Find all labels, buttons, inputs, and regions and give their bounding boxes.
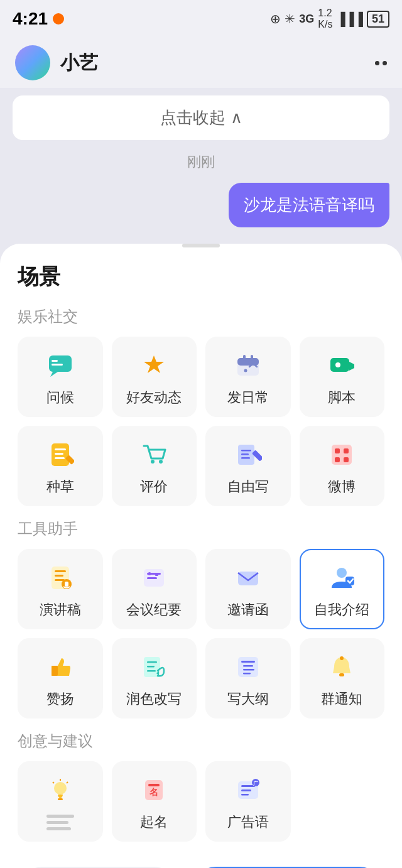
- calendar-icon: [232, 349, 264, 382]
- video-icon: [325, 349, 358, 382]
- svg-rect-2: [52, 364, 63, 366]
- collapse-button[interactable]: 点击收起 ∧: [13, 95, 389, 140]
- bell-icon: [325, 651, 358, 683]
- svg-point-57: [340, 656, 344, 660]
- svg-rect-32: [55, 570, 66, 572]
- item-quntongzhi[interactable]: 群通知: [300, 638, 385, 719]
- chat-bubble-container: 沙龙是法语音译吗: [0, 176, 402, 234]
- svg-rect-52: [241, 661, 255, 663]
- item-qiming[interactable]: 名 起名: [112, 761, 197, 842]
- tools-grid: 演讲稿 会议纪要 邀请函: [18, 549, 384, 719]
- svg-marker-12: [349, 362, 354, 371]
- item-label-huiyi: 会议纪要: [126, 600, 182, 619]
- network-icon: 3G: [299, 13, 314, 26]
- item-ziwo[interactable]: 自我介绍: [300, 549, 385, 629]
- wifi-icon: ▐▐▐: [336, 12, 363, 26]
- chat-bubble: 沙龙是法语音译吗: [229, 183, 389, 227]
- svg-rect-39: [147, 577, 157, 579]
- item-yanjiang[interactable]: 演讲稿: [18, 549, 103, 629]
- svg-line-62: [53, 782, 54, 783]
- svg-rect-68: [241, 789, 251, 791]
- menu-button[interactable]: [375, 61, 387, 65]
- svg-point-9: [244, 369, 247, 372]
- item-dagang[interactable]: 写大纲: [205, 638, 291, 719]
- sheet-handle: [182, 244, 220, 247]
- collapse-label: 点击收起: [160, 107, 225, 129]
- item-label-zhongcao: 种草: [46, 477, 74, 496]
- thumb-icon: [44, 651, 77, 683]
- time-display: 4:21: [13, 9, 48, 29]
- item-zanyang[interactable]: 赞扬: [18, 638, 103, 719]
- note-icon: [44, 438, 77, 471]
- menu-dot-1: [375, 61, 379, 65]
- name-icon: 名: [138, 774, 170, 806]
- status-time: 4:21: [13, 9, 64, 29]
- svg-point-41: [148, 572, 151, 575]
- status-bar: 4:21 ⊕ ✳ 3G 1.2K/s ▐▐▐ 51: [0, 0, 402, 38]
- item-jiaoben[interactable]: 脚本: [300, 337, 385, 417]
- item-zhongcao[interactable]: 种草: [18, 426, 103, 506]
- item-label-ziwo: 自我介绍: [314, 600, 369, 619]
- item-guanggao[interactable]: 广 广告语: [205, 761, 291, 842]
- svg-rect-69: [241, 794, 249, 796]
- lines-underlay: [46, 815, 74, 830]
- svg-point-13: [335, 362, 340, 367]
- app-header-left: 小艺: [15, 45, 98, 80]
- person-icon: [325, 561, 358, 594]
- app-header: 小艺: [0, 38, 402, 88]
- item-huiyi[interactable]: 会议纪要: [112, 549, 197, 629]
- item-weibo[interactable]: 微博: [300, 426, 385, 506]
- speed-icon: 1.2K/s: [318, 8, 332, 30]
- svg-rect-29: [335, 457, 340, 462]
- svg-rect-33: [55, 575, 63, 577]
- item-yaoqing[interactable]: 邀请函: [205, 549, 291, 629]
- svg-rect-15: [55, 448, 66, 450]
- svg-rect-40: [155, 573, 158, 576]
- svg-rect-48: [147, 666, 155, 668]
- letter-icon: [232, 561, 264, 594]
- item-label-dagang: 写大纲: [227, 690, 269, 708]
- item-ziyouxie[interactable]: 自由写: [205, 426, 291, 506]
- item-label-yaoqing: 邀请函: [227, 600, 269, 619]
- item-label-wenhuo: 问候: [46, 388, 74, 407]
- item-label-qiming: 起名: [140, 813, 168, 832]
- item-dongtai[interactable]: 好友动态: [112, 337, 197, 417]
- item-pingjia[interactable]: 评价: [112, 426, 197, 506]
- svg-point-58: [54, 782, 67, 795]
- svg-rect-47: [147, 661, 157, 663]
- svg-text:广: 广: [253, 780, 258, 786]
- notification-dot: [53, 13, 64, 24]
- cart-icon: [138, 438, 170, 471]
- item-runse[interactable]: 润色改写: [112, 638, 197, 719]
- svg-rect-49: [147, 670, 156, 672]
- item-label-richang: 发日常: [227, 388, 269, 407]
- svg-rect-55: [243, 673, 251, 675]
- item-label-jiaoben: 脚本: [328, 388, 356, 407]
- svg-rect-30: [344, 457, 349, 462]
- svg-rect-59: [58, 798, 63, 800]
- svg-rect-27: [335, 448, 340, 453]
- entertainment-grid: 问候 好友动态 发日常: [18, 337, 384, 506]
- timestamp: 刚刚: [0, 148, 402, 176]
- menu-dot-2: [383, 61, 387, 65]
- item-richang[interactable]: 发日常: [205, 337, 291, 417]
- svg-rect-7: [243, 355, 246, 361]
- svg-rect-54: [243, 669, 254, 671]
- svg-rect-45: [52, 666, 58, 676]
- item-wenhuo[interactable]: 问候: [18, 337, 103, 417]
- svg-rect-36: [65, 582, 68, 587]
- item-label-quntongzhi: 群通知: [321, 690, 362, 708]
- item-label-runse: 润色改写: [126, 690, 182, 708]
- svg-rect-28: [344, 448, 349, 453]
- ad-icon: 广: [232, 774, 264, 806]
- item-creative-lines[interactable]: [18, 761, 103, 842]
- svg-rect-8: [251, 355, 253, 361]
- section-label-creative: 创意与建议: [18, 731, 384, 751]
- bulb-lines-icon: [44, 776, 77, 808]
- collapse-icon: ∧: [231, 108, 242, 127]
- svg-text:名: 名: [149, 787, 158, 797]
- svg-point-43: [337, 568, 347, 578]
- svg-point-20: [159, 460, 163, 464]
- rewrite-icon: [138, 651, 170, 683]
- svg-rect-17: [55, 457, 65, 459]
